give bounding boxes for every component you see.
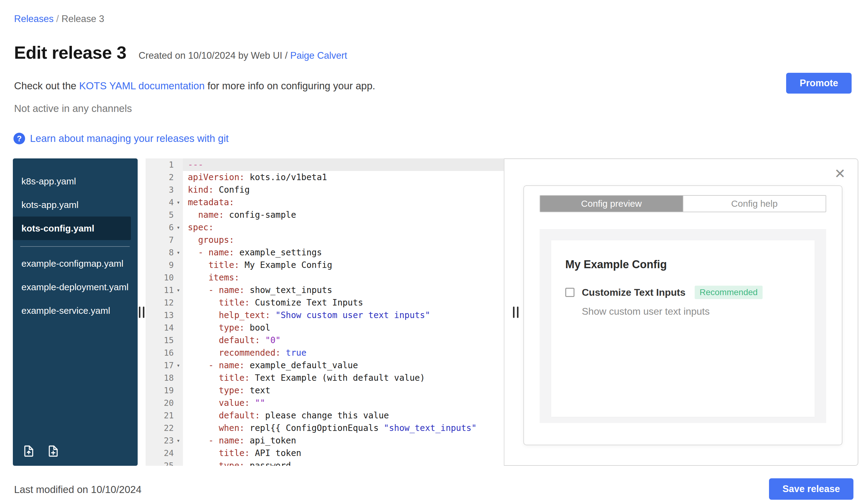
page-title: Edit release 3 bbox=[14, 42, 126, 63]
code-line[interactable]: 25 type: password bbox=[146, 459, 504, 466]
question-icon: ? bbox=[13, 133, 25, 144]
code-line[interactable]: 19 type: text bbox=[146, 384, 504, 397]
line-number: 6▾ bbox=[146, 221, 183, 234]
file-list: k8s-app.yamlkots-app.yamlkots-config.yam… bbox=[13, 158, 138, 322]
code-line[interactable]: 18 title: Text Example (with default val… bbox=[146, 372, 504, 384]
code-line[interactable]: 5 name: config-sample bbox=[146, 209, 504, 221]
file-tree-sidebar: k8s-app.yamlkots-app.yamlkots-config.yam… bbox=[13, 158, 138, 466]
line-number: 2 bbox=[146, 171, 183, 184]
doc-text-before: Check out the bbox=[14, 80, 79, 91]
code-text: title: Customize Text Inputs bbox=[183, 296, 363, 309]
line-number: 22 bbox=[146, 422, 183, 434]
code-line[interactable]: 7 groups: bbox=[146, 234, 504, 246]
breadcrumb-current: Release 3 bbox=[62, 13, 104, 24]
fold-arrow-icon[interactable]: ▾ bbox=[174, 284, 183, 296]
code-text: - name: example_default_value bbox=[183, 359, 358, 372]
fold-arrow-icon[interactable]: ▾ bbox=[174, 434, 183, 447]
fold-arrow-icon[interactable]: ▾ bbox=[174, 221, 183, 234]
code-line[interactable]: 14 type: bool bbox=[146, 321, 504, 334]
code-line[interactable]: 21 default: please change this value bbox=[146, 409, 504, 422]
code-line[interactable]: 3kind: Config bbox=[146, 184, 504, 196]
new-file-icon[interactable] bbox=[47, 445, 60, 458]
line-number: 15 bbox=[146, 334, 183, 346]
preview-drag-handle[interactable] bbox=[513, 306, 519, 318]
code-line[interactable]: 15 default: "0" bbox=[146, 334, 504, 346]
line-number: 10 bbox=[146, 271, 183, 284]
line-number: 19 bbox=[146, 384, 183, 397]
config-option-row: Customize Text Inputs Recommended bbox=[565, 286, 800, 299]
code-line[interactable]: 12 title: Customize Text Inputs bbox=[146, 296, 504, 309]
line-number: 4▾ bbox=[146, 196, 183, 209]
upload-file-icon[interactable] bbox=[22, 445, 36, 458]
customize-text-inputs-checkbox[interactable] bbox=[565, 288, 574, 297]
code-line[interactable]: 10 items: bbox=[146, 271, 504, 284]
tab-config-preview[interactable]: Config preview bbox=[540, 196, 683, 212]
yaml-code-editor[interactable]: 1---2apiVersion: kots.io/v1beta13kind: C… bbox=[146, 158, 505, 466]
code-line[interactable]: 13 help_text: "Show custom user text inp… bbox=[146, 309, 504, 321]
last-modified-text: Last modified on 10/10/2024 bbox=[14, 484, 141, 495]
code-line[interactable]: 20 value: "" bbox=[146, 397, 504, 409]
file-item[interactable]: example-service.yaml bbox=[13, 299, 138, 322]
code-text: metadata: bbox=[183, 196, 234, 209]
line-number: 13 bbox=[146, 309, 183, 321]
line-number: 17▾ bbox=[146, 359, 183, 372]
config-group-title: My Example Config bbox=[565, 258, 800, 271]
git-help-link[interactable]: ? Learn about managing your releases wit… bbox=[13, 133, 228, 144]
code-text: - name: show_text_inputs bbox=[183, 284, 332, 296]
line-number: 14 bbox=[146, 321, 183, 334]
code-line[interactable]: 23▾ - name: api_token bbox=[146, 434, 504, 447]
code-text: when: repl{{ ConfigOptionEquals "show_te… bbox=[183, 422, 476, 434]
close-icon[interactable]: ✕ bbox=[833, 167, 847, 181]
promote-button[interactable]: Promote bbox=[786, 73, 852, 94]
line-number: 3 bbox=[146, 184, 183, 196]
file-item[interactable]: kots-app.yaml bbox=[13, 193, 138, 216]
file-item[interactable]: example-configmap.yaml bbox=[13, 252, 138, 275]
line-number: 9 bbox=[146, 259, 183, 271]
code-text: --- bbox=[183, 158, 204, 171]
file-item[interactable]: example-deployment.yaml bbox=[13, 275, 138, 299]
file-item[interactable]: kots-config.yaml bbox=[13, 216, 131, 240]
breadcrumb-separator: / bbox=[53, 13, 62, 24]
code-line[interactable]: 2apiVersion: kots.io/v1beta1 bbox=[146, 171, 504, 184]
code-line[interactable]: 6▾spec: bbox=[146, 221, 504, 234]
line-number: 24 bbox=[146, 447, 183, 459]
sidebar-actions bbox=[22, 445, 60, 458]
author-link[interactable]: Paige Calvert bbox=[290, 50, 347, 61]
fold-arrow-icon[interactable]: ▾ bbox=[174, 196, 183, 209]
code-line[interactable]: 22 when: repl{{ ConfigOptionEquals "show… bbox=[146, 422, 504, 434]
line-number: 12 bbox=[146, 296, 183, 309]
code-text: spec: bbox=[183, 221, 213, 234]
line-number: 7 bbox=[146, 234, 183, 246]
config-tabs: Config preview Config help bbox=[539, 195, 826, 212]
code-line[interactable]: 9 title: My Example Config bbox=[146, 259, 504, 271]
code-line[interactable]: 8▾ - name: example_settings bbox=[146, 246, 504, 259]
config-card: Config preview Config help My Example Co… bbox=[523, 185, 843, 445]
code-line[interactable]: 17▾ - name: example_default_value bbox=[146, 359, 504, 372]
file-item[interactable]: k8s-app.yaml bbox=[13, 170, 138, 193]
config-option-help: Show custom user text inputs bbox=[582, 306, 800, 317]
fold-arrow-icon[interactable]: ▾ bbox=[174, 246, 183, 259]
code-text: value: "" bbox=[183, 397, 265, 409]
code-line[interactable]: 4▾metadata: bbox=[146, 196, 504, 209]
breadcrumb-releases-link[interactable]: Releases bbox=[14, 13, 53, 24]
code-line[interactable]: 1--- bbox=[146, 158, 504, 171]
save-release-button[interactable]: Save release bbox=[769, 478, 853, 500]
release-editor: k8s-app.yamlkots-app.yamlkots-config.yam… bbox=[13, 158, 858, 466]
code-text: title: API token bbox=[183, 447, 301, 459]
code-text: items: bbox=[183, 271, 239, 284]
code-text: name: config-sample bbox=[183, 209, 296, 221]
code-text: kind: Config bbox=[183, 184, 250, 196]
created-line: Created on 10/10/2024 by Web UI / Paige … bbox=[139, 50, 347, 61]
code-text: - name: api_token bbox=[183, 434, 296, 447]
tab-config-help[interactable]: Config help bbox=[683, 196, 826, 212]
code-line[interactable]: 16 recommended: true bbox=[146, 346, 504, 359]
doc-line: Check out the KOTS YAML documentation fo… bbox=[14, 80, 375, 92]
code-line[interactable]: 11▾ - name: show_text_inputs bbox=[146, 284, 504, 296]
line-number: 20 bbox=[146, 397, 183, 409]
fold-arrow-icon[interactable]: ▾ bbox=[174, 359, 183, 372]
code-text: - name: example_settings bbox=[183, 246, 322, 259]
sidebar-drag-handle[interactable] bbox=[139, 306, 144, 318]
kots-yaml-doc-link[interactable]: KOTS YAML documentation bbox=[79, 80, 205, 91]
code-text: type: password bbox=[183, 459, 291, 466]
code-line[interactable]: 24 title: API token bbox=[146, 447, 504, 459]
